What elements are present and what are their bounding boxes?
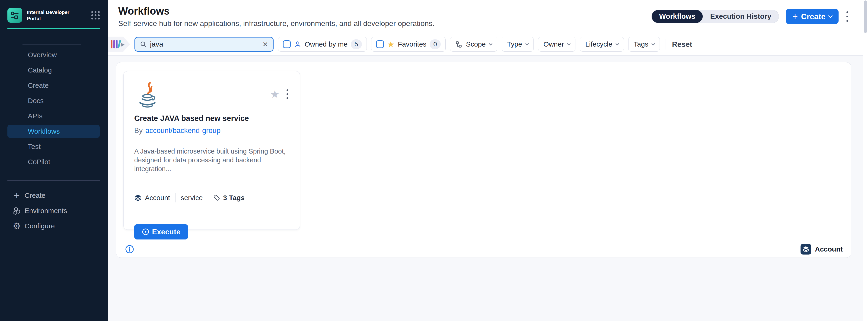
expand-arrow-icon: ▶ <box>121 41 125 47</box>
card-top-row: ★ <box>134 81 289 109</box>
meta-divider <box>208 193 208 203</box>
lifecycle-label: Lifecycle <box>585 40 612 48</box>
sidebar-logo-row: Internal Developer Portal <box>0 0 108 23</box>
header-overflow-menu-icon[interactable] <box>845 10 849 23</box>
stack-icon <box>802 246 809 253</box>
page-title: Workflows <box>118 5 434 17</box>
plus-icon: + <box>793 13 798 20</box>
library-bars-icon <box>111 40 120 48</box>
favorites-count: 0 <box>430 39 441 49</box>
scrollbar-thumb[interactable] <box>864 0 867 33</box>
card-overflow-menu-icon[interactable] <box>286 88 289 100</box>
owned-by-me-filter[interactable]: Owned by me 5 <box>278 37 367 51</box>
sidebar-item-catalog[interactable]: Catalog <box>7 64 100 77</box>
sidebar-bottom-item-create[interactable]: + Create <box>0 189 100 202</box>
sidebar-bottom-nav: + Create Environments ⚙ Configure <box>0 189 108 233</box>
tags-dropdown[interactable]: Tags <box>628 37 660 51</box>
sidebar-item-overview[interactable]: Overview <box>7 48 100 61</box>
chevron-down-icon <box>525 42 529 45</box>
owner-dropdown[interactable]: Owner <box>538 37 576 51</box>
search-box: ✕ <box>134 37 274 51</box>
sidebar-nav-divider <box>23 44 81 45</box>
page-scrollbar[interactable] <box>863 0 868 321</box>
app-title: Internal Developer Portal <box>27 9 73 22</box>
favorite-star-icon[interactable]: ★ <box>270 89 280 100</box>
chevron-down-icon <box>828 13 833 18</box>
grid-menu-icon[interactable] <box>91 11 100 20</box>
card-tags-label: 3 Tags <box>223 194 245 202</box>
main-area: Workflows Self-service hub for new appli… <box>108 0 863 321</box>
tab-workflows[interactable]: Workflows <box>652 10 703 23</box>
reset-filters-button[interactable]: Reset <box>672 40 692 49</box>
chevron-down-icon <box>616 42 619 45</box>
info-icon[interactable] <box>125 245 134 254</box>
content-area: ★ Create JAVA based new service By accou… <box>108 56 863 321</box>
execute-button[interactable]: Execute <box>134 224 188 240</box>
sidebar-bottom-item-environments[interactable]: Environments <box>0 204 100 217</box>
sidebar: Internal Developer Portal Overview Catal… <box>0 0 108 321</box>
tab-execution-history[interactable]: Execution History <box>703 10 779 23</box>
card-actions: ★ <box>270 88 289 100</box>
hierarchy-icon <box>455 41 462 48</box>
owned-by-me-count: 5 <box>351 39 362 49</box>
sidebar-item-apis[interactable]: APIs <box>7 110 100 122</box>
favorites-checkbox[interactable] <box>376 40 384 48</box>
hexagons-icon <box>12 207 21 215</box>
card-description: A Java-based microservice built using Sp… <box>134 147 289 173</box>
sidebar-item-test[interactable]: Test <box>7 140 100 153</box>
card-title: Create JAVA based new service <box>134 114 289 123</box>
owner-group-link[interactable]: account/backend-group <box>145 127 220 135</box>
card-byline: By account/backend-group <box>134 127 289 135</box>
favorites-label: Favorites <box>398 40 426 48</box>
scope-label: Scope <box>466 40 486 48</box>
filter-collapse-tab[interactable]: ▶ <box>108 37 130 52</box>
create-button[interactable]: + Create <box>786 9 839 24</box>
scope-dropdown[interactable]: Scope <box>450 37 497 51</box>
app-logo <box>7 8 22 23</box>
page-header: Workflows Self-service hub for new appli… <box>108 0 863 33</box>
play-circle-icon <box>142 228 149 236</box>
sidebar-bottom-label: Configure <box>25 222 55 230</box>
owned-by-me-checkbox[interactable] <box>283 40 291 48</box>
execute-button-label: Execute <box>152 228 181 236</box>
filter-divider <box>665 39 666 49</box>
account-badge: Account <box>801 244 843 254</box>
by-prefix: By <box>134 127 143 135</box>
card-kind: Account <box>134 194 170 202</box>
search-input[interactable] <box>150 40 259 48</box>
tag-icon <box>213 194 220 201</box>
chevron-down-icon <box>567 42 571 45</box>
type-dropdown[interactable]: Type <box>502 37 534 51</box>
gear-icon: ⚙ <box>12 221 21 231</box>
meta-divider <box>175 193 176 203</box>
sidebar-accent-divider <box>7 28 100 29</box>
view-toggle: Workflows Execution History <box>651 10 779 23</box>
card-tags[interactable]: 3 Tags <box>213 194 245 202</box>
sidebar-item-create[interactable]: Create <box>7 79 100 92</box>
workflow-card: ★ Create JAVA based new service By accou… <box>123 71 300 230</box>
sidebar-item-workflows[interactable]: Workflows <box>7 125 100 138</box>
owned-by-me-label: Owned by me <box>305 40 347 48</box>
favorites-filter[interactable]: ★ Favorites 0 <box>371 37 445 51</box>
sidebar-bottom-item-configure[interactable]: ⚙ Configure <box>0 220 100 233</box>
account-badge-label: Account <box>815 245 843 253</box>
panel-footer: Account <box>116 241 851 257</box>
stack-icon <box>134 194 142 202</box>
account-badge-box <box>801 244 811 254</box>
card-kind-label: Account <box>145 194 170 202</box>
chevron-down-icon <box>651 42 655 45</box>
owner-label: Owner <box>544 40 564 48</box>
card-type-label: service <box>181 194 203 202</box>
lifecycle-dropdown[interactable]: Lifecycle <box>580 37 624 51</box>
tags-label: Tags <box>633 40 648 48</box>
workflows-panel: ★ Create JAVA based new service By accou… <box>116 62 851 258</box>
sidebar-item-docs[interactable]: Docs <box>7 94 100 107</box>
chevron-down-icon <box>489 42 493 45</box>
java-logo-icon <box>134 81 160 109</box>
sidebar-bottom-label: Environments <box>25 207 67 215</box>
sidebar-item-copilot[interactable]: CoPilot <box>7 155 100 168</box>
page-header-text: Workflows Self-service hub for new appli… <box>118 5 434 28</box>
create-button-label: Create <box>801 12 826 21</box>
clear-search-icon[interactable]: ✕ <box>262 40 268 48</box>
sidebar-nav: Overview Catalog Create Docs APIs Workfl… <box>0 48 108 168</box>
